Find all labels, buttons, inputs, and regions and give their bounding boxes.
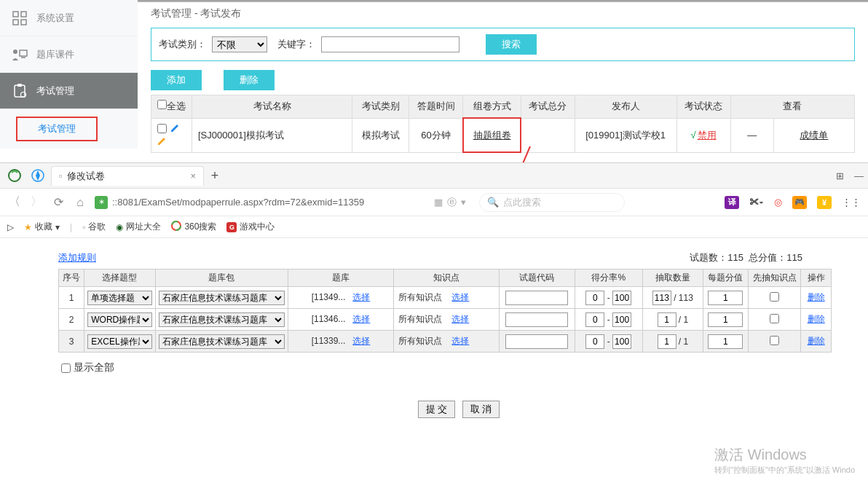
bank-select-link[interactable]: 选择 <box>352 314 370 324</box>
browser-tab[interactable]: ▫ 修改试卷 × <box>51 166 204 186</box>
pack-select[interactable]: 石家庄信息技术课练习题库 <box>159 291 285 305</box>
qtype-select[interactable]: WORD操作题 <box>87 312 151 327</box>
sidebar-item-exam[interactable]: 考试管理 <box>0 73 138 109</box>
delete-button[interactable]: 删除 <box>224 70 275 90</box>
code-input[interactable] <box>505 334 568 349</box>
code-input[interactable] <box>505 312 568 327</box>
rule-row: 3EXCEL操作题石家庄信息技术课练习题库[11339... 选择所有知识点 选… <box>59 331 832 353</box>
apps-icon[interactable]: ⋮⋮ <box>842 197 861 208</box>
rate-max-input[interactable] <box>612 334 631 349</box>
svg-rect-5 <box>20 50 27 56</box>
sidebar-item-bank[interactable]: 题库课件 <box>0 36 138 73</box>
kp-select-link[interactable]: 选择 <box>451 292 469 302</box>
search-button[interactable]: 搜索 <box>486 34 537 55</box>
person-screen-icon <box>12 47 28 63</box>
bookmark-all[interactable]: ◉网址大全 <box>116 221 161 233</box>
reload-button[interactable]: ⟳ <box>51 195 66 209</box>
qr-icon[interactable]: ▦ <box>434 197 443 208</box>
translate-icon[interactable]: 译 <box>725 196 739 209</box>
chevron-down-icon[interactable]: ▾ <box>461 197 466 208</box>
kp-select-link[interactable]: 选择 <box>451 336 469 346</box>
exam-table: 全选 考试名称 考试类别 答题时间 组卷方式 考试总分 发布人 考试状态 查看 … <box>151 95 855 153</box>
row-checkbox[interactable] <box>157 124 167 133</box>
grid-icon <box>12 10 28 26</box>
star-icon: ★ <box>24 222 32 232</box>
cell-no: 1 <box>59 287 84 309</box>
cancel-button[interactable]: 取 消 <box>462 401 500 418</box>
browser-search[interactable]: 🔍 点此搜索 <box>479 193 625 212</box>
bookmark-360[interactable]: 360搜索 <box>171 221 216 233</box>
cell-status[interactable]: √禁用 <box>676 118 730 152</box>
filter-type-select[interactable]: 不限 <box>212 36 267 52</box>
show-all[interactable]: 显示全部 <box>61 361 859 374</box>
qtype-select[interactable]: 单项选择题 <box>87 291 151 305</box>
bookmark-fav[interactable]: ★收藏 ▾ <box>24 221 60 233</box>
rate-max-input[interactable] <box>612 291 631 305</box>
page-content: 添加规则 试题数：115 总分值：115 序号 选择题型 题库包 题库 知识点 … <box>0 238 868 418</box>
submit-button[interactable]: 提 交 <box>418 401 456 418</box>
kp-select-link[interactable]: 选择 <box>451 314 469 324</box>
minimize-icon[interactable]: — <box>854 170 864 181</box>
rate-max-input[interactable] <box>612 312 631 327</box>
bookmark-game[interactable]: G游戏中心 <box>226 221 275 233</box>
bookmark-google[interactable]: ▫谷歌 <box>82 221 106 233</box>
back-button[interactable]: 〈 <box>7 194 22 210</box>
score-input[interactable] <box>708 312 743 327</box>
new-tab-button[interactable]: + <box>207 168 223 184</box>
address-bar[interactable]: ✶ ::8081/ExamSet/modpaperrule.aspx?rdm=7… <box>95 196 466 209</box>
lifesaver-icon[interactable]: ◎ <box>774 197 782 208</box>
close-icon[interactable]: × <box>190 170 196 181</box>
score-input[interactable] <box>708 334 743 349</box>
filter-keyword-input[interactable] <box>321 36 459 52</box>
qty-input[interactable] <box>652 291 671 305</box>
row-delete-link[interactable]: 删除 <box>808 336 825 346</box>
clipboard-icon <box>12 83 28 99</box>
sidebar-sub-exam-manage[interactable]: 考试管理 <box>16 117 98 141</box>
page-icon: ▫ <box>59 170 63 181</box>
bank-select-link[interactable]: 选择 <box>352 336 370 346</box>
sidebar-item-system[interactable]: 系统设置 <box>0 0 138 36</box>
row-delete-link[interactable]: 删除 <box>808 314 825 324</box>
scissors-icon[interactable]: ✀▾ <box>749 197 764 208</box>
qty-input[interactable] <box>658 312 676 327</box>
kp-first-checkbox[interactable] <box>770 314 779 323</box>
ie-mode-icon[interactable]: ⓔ <box>447 196 457 209</box>
add-button[interactable]: 添加 <box>151 70 202 90</box>
panel-icon[interactable]: ⊞ <box>836 170 844 181</box>
home-button[interactable]: ⌂ <box>73 196 87 209</box>
gamepad-icon[interactable]: 🎮 <box>792 196 807 209</box>
col-status: 考试状态 <box>676 95 730 119</box>
rate-min-input[interactable] <box>585 291 604 305</box>
select-all-checkbox[interactable] <box>157 100 167 109</box>
add-rule-link[interactable]: 添加规则 <box>58 251 96 264</box>
score-input[interactable] <box>708 291 743 305</box>
pack-select[interactable]: 石家庄信息技术课练习题库 <box>159 334 285 349</box>
tab-title: 修改试卷 <box>67 170 105 183</box>
code-input[interactable] <box>505 291 568 305</box>
sidebar-item-label: 系统设置 <box>36 12 74 25</box>
bank-select-link[interactable]: 选择 <box>352 292 370 302</box>
forward-button[interactable]: 〉 <box>29 194 44 210</box>
rate-min-input[interactable] <box>585 334 604 349</box>
rate-min-input[interactable] <box>585 312 604 327</box>
pack-select[interactable]: 石家庄信息技术课练习题库 <box>159 312 285 327</box>
qty-total: / 1 <box>679 337 688 347</box>
edit-icon[interactable] <box>170 123 180 133</box>
show-all-checkbox[interactable] <box>61 363 71 373</box>
col-type: 考试类别 <box>352 95 409 119</box>
cell-score[interactable]: 成绩单 <box>773 118 854 152</box>
cell-paper-mode[interactable]: 抽题组卷 <box>463 118 521 152</box>
col-kpfirst: 先抽知识点 <box>748 269 801 287</box>
coin-icon[interactable]: ¥ <box>817 196 832 209</box>
pencil-icon[interactable] <box>157 135 167 146</box>
compass-icon[interactable] <box>28 165 48 186</box>
col-score: 每题分值 <box>703 269 748 287</box>
kp-first-checkbox[interactable] <box>770 336 779 345</box>
media-icon[interactable]: ▷ <box>7 222 14 232</box>
row-delete-link[interactable]: 删除 <box>808 292 825 302</box>
kp-first-checkbox[interactable] <box>770 292 779 302</box>
cell-kp: 所有知识点 选择 <box>394 287 500 309</box>
qty-input[interactable] <box>658 334 676 349</box>
qtype-select[interactable]: EXCEL操作题 <box>87 334 151 349</box>
svg-rect-1 <box>21 12 26 17</box>
